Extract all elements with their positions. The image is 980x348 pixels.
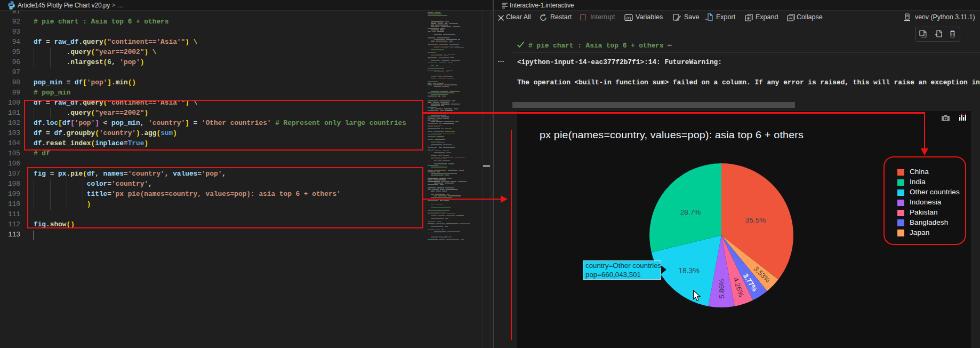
svg-text:28.7%: 28.7% xyxy=(680,208,701,216)
svg-text:5.86%: 5.86% xyxy=(718,279,726,298)
svg-text:(x): (x) xyxy=(626,15,631,20)
svg-text:35.5%: 35.5% xyxy=(745,216,766,224)
svg-text:18.3%: 18.3% xyxy=(678,266,700,275)
